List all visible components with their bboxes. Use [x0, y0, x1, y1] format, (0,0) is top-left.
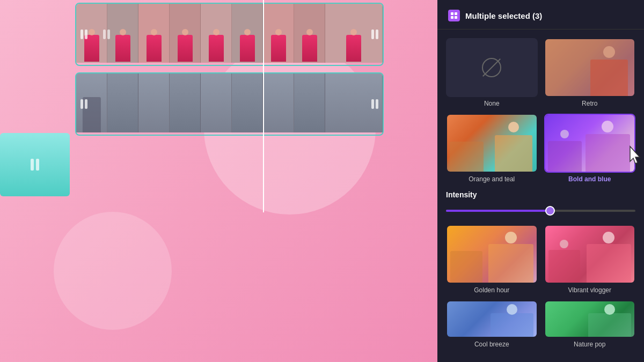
filmstrip-row-2	[76, 73, 383, 132]
filter-thumb-golden-hour[interactable]	[446, 225, 538, 284]
right-panel: Multiple selected (3) None Retro	[437, 0, 644, 362]
filter-label-orange-teal: Orange and teal	[446, 175, 538, 183]
filter-panel-icon	[450, 12, 458, 19]
row2-left-control	[80, 99, 87, 109]
svg-rect-0	[451, 12, 453, 15]
intensity-slider-container[interactable]	[446, 205, 635, 216]
filter-item-orange-teal[interactable]: Orange and teal	[446, 114, 538, 183]
filter-item-vibrant-vlogger[interactable]: Vibrant vlogger	[544, 225, 636, 294]
filter-label-retro: Retro	[544, 100, 636, 107]
frame-1-2	[107, 4, 138, 63]
frame-1-5	[201, 4, 232, 63]
svg-rect-3	[455, 16, 457, 19]
row1-left-control	[80, 29, 87, 39]
filter-label-none: None	[446, 100, 538, 107]
panel-header: Multiple selected (3)	[437, 0, 644, 29]
playhead-line	[263, 0, 264, 212]
left-clip-pause-icon	[31, 159, 39, 171]
filter-grid: None Retro	[437, 29, 644, 183]
svg-rect-2	[451, 16, 453, 19]
row2-right-control	[371, 99, 378, 109]
filter-item-golden-hour[interactable]: Golden hour	[446, 225, 538, 294]
left-clip[interactable]	[0, 133, 70, 196]
svg-rect-1	[455, 12, 457, 15]
frame-2-4	[170, 73, 201, 132]
slider-track[interactable]	[446, 210, 635, 212]
frame-2-7	[263, 73, 294, 132]
intensity-section: Intensity	[437, 183, 644, 220]
filter-thumb-extra2[interactable]	[544, 300, 636, 338]
filter-thumb-retro[interactable]	[544, 38, 636, 97]
filter-item-bold-blue[interactable]: Bold and blue	[544, 114, 636, 183]
filter-label-vibrant-vlogger: Vibrant vlogger	[544, 286, 636, 294]
filter-label-golden-hour: Golden hour	[446, 286, 538, 294]
filter-item-extra1[interactable]: Cool breeze	[446, 300, 538, 348]
filter-item-retro[interactable]: Retro	[544, 38, 636, 107]
slider-fill	[446, 210, 550, 212]
playhead[interactable]	[263, 0, 264, 198]
frame-2-2	[107, 73, 138, 132]
filmstrip-row-1	[76, 4, 383, 63]
frame-2-6	[232, 73, 263, 132]
filter-thumb-bold-blue[interactable]	[544, 114, 636, 173]
filter-thumb-extra1[interactable]	[446, 300, 538, 338]
clip-row-1[interactable]	[75, 3, 384, 66]
filter-item-extra2[interactable]: Nature pop	[544, 300, 636, 348]
frame-1-6	[232, 4, 263, 63]
cursor-arrow	[628, 145, 644, 168]
slider-thumb[interactable]	[545, 206, 555, 216]
frame-1-7	[263, 4, 294, 63]
panel-icon	[448, 10, 460, 21]
filter-label-extra2: Nature pop	[544, 341, 636, 348]
frame-2-3	[138, 73, 170, 132]
cursor-svg	[628, 145, 644, 166]
filter-thumb-none[interactable]	[446, 38, 538, 97]
frame-2-8	[294, 73, 325, 132]
filter-grid-2: Golden hour Vibrant vlogger	[437, 220, 644, 348]
filter-label-bold-blue: Bold and blue	[544, 175, 636, 183]
bg-circle-small	[54, 212, 172, 330]
row1-mid-control	[103, 29, 110, 39]
frame-1-3	[138, 4, 170, 63]
filter-thumb-orange-teal[interactable]	[446, 114, 538, 173]
intensity-label: Intensity	[446, 190, 635, 199]
frame-2-5	[201, 73, 232, 132]
frame-1-4	[170, 4, 201, 63]
row1-right-control	[371, 29, 378, 39]
filter-item-none[interactable]: None	[446, 38, 538, 107]
panel-title: Multiple selected (3)	[465, 11, 542, 20]
filter-thumb-vibrant-vlogger[interactable]	[544, 225, 636, 284]
no-filter-icon	[482, 58, 501, 77]
filter-label-extra1: Cool breeze	[446, 341, 538, 348]
clip-row-2[interactable]	[75, 72, 384, 136]
frame-1-8	[294, 4, 325, 63]
